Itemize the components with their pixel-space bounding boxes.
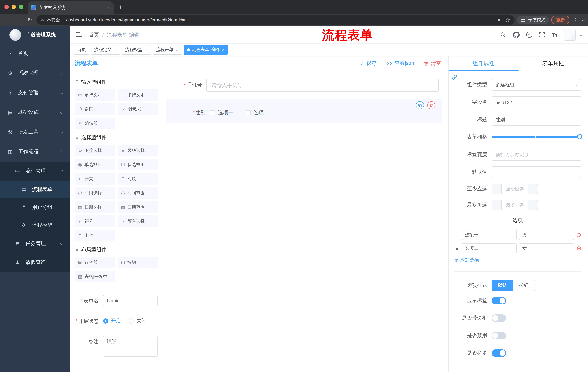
browser-chevron-icon[interactable] (582, 19, 585, 22)
zoom-window-button[interactable] (19, 5, 23, 9)
tag-close-icon[interactable]: × (145, 47, 148, 52)
phone-field-input[interactable] (206, 79, 439, 92)
palette-item-single-line-text[interactable]: ▭ 单行文本 (74, 89, 115, 101)
gender-field-selected[interactable]: *性别 选项一 选项二 (166, 99, 442, 123)
corner-link-icon[interactable] (451, 74, 458, 81)
phone-field[interactable]: *手机号 (166, 74, 442, 96)
sidebar-item-task-management[interactable]: ⚑ 任务管理 (0, 234, 70, 253)
palette-item-select[interactable]: ⊙ 下拉选择 (74, 145, 115, 156)
new-tab-button[interactable]: + (119, 4, 122, 14)
sidebar-item-user-group[interactable]: ❞ 用户分组 (0, 198, 70, 216)
tag-process-form[interactable]: 流程表单 × (153, 45, 182, 54)
palette-item-time-picker[interactable]: ◷ 时间选择 (74, 187, 115, 199)
palette-item-upload[interactable]: ↥ 上传 (74, 230, 115, 241)
title-input[interactable] (492, 114, 581, 126)
palette-item-cascader[interactable]: ⊞ 级联选择 (117, 145, 158, 156)
url-text[interactable]: dashboard.yudao.iocoder.cn/bpm/manager/f… (66, 18, 495, 22)
tag-process-model[interactable]: 流程模型 × (122, 45, 151, 54)
palette-item-checkbox-group[interactable]: ☑ 多选框组 (117, 159, 158, 170)
status-on-radio[interactable]: 开启 (103, 318, 121, 324)
palette-item-counter[interactable]: 123 计数器 (117, 103, 158, 115)
browser-menu-icon[interactable]: ⋮ (572, 17, 580, 23)
border-switch[interactable] (492, 315, 506, 322)
minus-button[interactable]: − (492, 200, 502, 210)
palette-item-date-range[interactable]: ▦ 日期范围 (117, 201, 158, 213)
back-icon[interactable]: ← (4, 17, 12, 23)
remove-option-icon[interactable]: ⊖ (576, 245, 582, 251)
font-size-icon[interactable]: TT (552, 32, 557, 38)
palette-item-textarea[interactable]: ≡ 多行文本 (117, 89, 158, 101)
palette-item-color-picker[interactable]: ◑ 颜色选择 (117, 215, 158, 227)
palette-item-table[interactable]: ▦ 表格[开发中] (74, 271, 115, 282)
form-remark-textarea[interactable]: 嘿嘿 (103, 336, 158, 357)
style-default-button[interactable]: 默认 (492, 279, 514, 291)
plus-button[interactable]: + (528, 200, 538, 210)
required-switch[interactable] (492, 350, 506, 357)
security-warning-icon[interactable]: ⚠ (41, 18, 44, 22)
show-label-switch[interactable] (492, 297, 506, 304)
close-window-button[interactable] (4, 5, 9, 9)
palette-item-editor[interactable]: ✎ 编辑器 (74, 117, 115, 129)
sidebar-item-workflow[interactable]: ▦ 工作流程 (0, 142, 70, 162)
minus-button[interactable]: − (492, 184, 502, 194)
sidebar-item-process-model[interactable]: ✈ 流程模型 (0, 216, 70, 234)
sidebar-item-system[interactable]: ⚙ 系统管理 (0, 63, 70, 83)
clear-button[interactable]: 清空 (423, 60, 441, 67)
sidebar-item-devtools[interactable]: ⚒ 研发工具 (0, 122, 70, 142)
reload-icon[interactable]: ↻ (25, 17, 34, 23)
help-icon[interactable]: ? (526, 32, 532, 38)
address-bar[interactable]: ⚠ 不安全 | dashboard.yudao.iocoder.cn/bpm/m… (36, 15, 514, 25)
sidebar-logo[interactable]: 芋道管理系统 (0, 26, 70, 44)
style-button-button[interactable]: 按钮 (514, 279, 535, 291)
label-width-input[interactable] (492, 149, 581, 160)
sidebar-item-infrastructure[interactable]: ▤ 基础设施 (0, 103, 70, 122)
github-icon[interactable] (513, 32, 519, 38)
palette-item-slider[interactable]: ⊝ 滑块 (117, 173, 158, 185)
gender-option-2-checkbox[interactable]: 选项二 (246, 110, 269, 116)
sidebar-item-process-management[interactable]: ≔ 流程管理 (0, 162, 70, 181)
plus-button[interactable]: + (528, 184, 538, 194)
breadcrumb-home[interactable]: 首页 (89, 32, 99, 38)
tab-component-props[interactable]: 组件属性 (449, 56, 518, 71)
forward-icon[interactable]: → (15, 17, 23, 23)
palette-item-time-range[interactable]: ◷ 时间范围 (117, 187, 158, 199)
form-grid-slider[interactable] (492, 131, 581, 143)
tag-process-definition[interactable]: 流程定义 × (91, 45, 120, 54)
drag-handle-icon[interactable]: ≡ (454, 232, 460, 237)
save-button[interactable]: ✓ 保存 (360, 60, 377, 67)
password-key-icon[interactable] (498, 18, 503, 22)
palette-item-radio-group[interactable]: ◉ 单选框组 (74, 159, 115, 170)
tag-home[interactable]: 首页 (74, 45, 89, 54)
palette-item-switch[interactable]: ◐ 开关 (74, 173, 115, 185)
field-name-input[interactable] (492, 96, 581, 108)
disabled-switch[interactable] (492, 332, 506, 339)
tag-process-form-edit[interactable]: 流程表单-编辑 × (184, 45, 228, 54)
hamburger-icon[interactable] (76, 32, 82, 37)
gender-option-1-checkbox[interactable]: 选项一 (210, 110, 233, 116)
slider-handle[interactable] (577, 134, 582, 139)
status-off-radio[interactable]: 关闭 (129, 318, 147, 324)
tab-form-props[interactable]: 表单属性 (518, 56, 588, 71)
option-label-input[interactable] (462, 243, 517, 253)
sidebar-item-leave-query[interactable]: ♟ 请假查询 (0, 253, 70, 272)
fullscreen-icon[interactable] (539, 32, 545, 38)
tag-close-icon[interactable]: × (222, 47, 224, 52)
remove-option-icon[interactable]: ⊖ (576, 232, 582, 238)
palette-item-button[interactable]: ▢ 按钮 (117, 257, 158, 268)
avatar-caret-icon[interactable] (580, 33, 583, 36)
palette-item-row-container[interactable]: ▣ 行容器 (74, 257, 115, 268)
option-value-input[interactable] (519, 230, 574, 240)
palette-item-rate[interactable]: ☆ 评分 (74, 215, 115, 227)
palette-item-date-picker[interactable]: ▦ 日期选择 (74, 201, 115, 213)
option-label-input[interactable] (462, 230, 517, 240)
delete-component-button[interactable] (427, 101, 435, 109)
sidebar-item-home[interactable]: ◔ 首页 (0, 44, 70, 63)
tag-close-icon[interactable]: × (114, 47, 117, 52)
bookmark-star-icon[interactable]: ☆ (505, 17, 510, 23)
max-select-input[interactable] (502, 200, 528, 210)
form-name-input[interactable] (103, 295, 158, 307)
search-icon[interactable] (500, 32, 506, 38)
add-option-button[interactable]: ⊕ 添加选项 (454, 257, 581, 263)
drag-handle-icon[interactable]: ≡ (454, 245, 460, 251)
min-select-input[interactable] (502, 184, 528, 194)
